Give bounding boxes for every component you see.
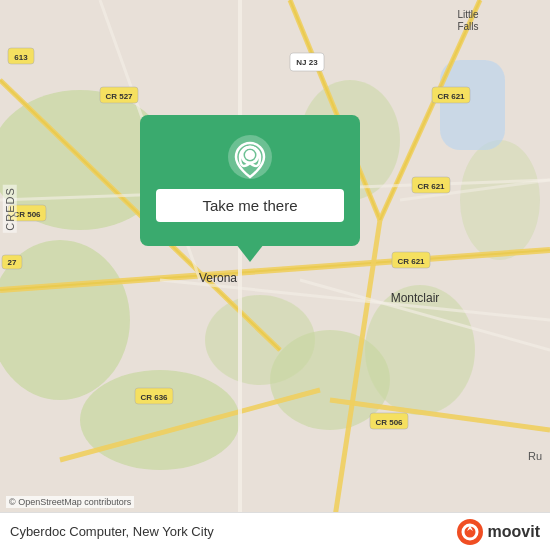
svg-point-54: [245, 150, 255, 160]
svg-text:27: 27: [8, 258, 17, 267]
svg-text:CR 621: CR 621: [417, 182, 445, 191]
svg-text:Falls: Falls: [457, 21, 478, 32]
svg-text:Ru: Ru: [528, 450, 542, 462]
svg-text:Montclair: Montclair: [391, 291, 440, 305]
location-pin-icon: [226, 133, 274, 181]
svg-text:CR 506: CR 506: [13, 210, 41, 219]
svg-point-55: [457, 519, 483, 545]
map-container: NJ 23 CR 527 CR 621 CR 621 CR 621 CR 506…: [0, 0, 550, 550]
svg-text:Little: Little: [457, 9, 479, 20]
take-me-there-button[interactable]: Take me there: [156, 189, 344, 222]
bottom-bar: Cyberdoc Computer, New York City moovit: [0, 512, 550, 550]
moovit-brand-text: moovit: [488, 523, 540, 541]
moovit-logo-icon: [456, 518, 484, 546]
moovit-logo: moovit: [456, 518, 540, 546]
svg-text:CR 527: CR 527: [105, 92, 133, 101]
map-background: NJ 23 CR 527 CR 621 CR 621 CR 621 CR 506…: [0, 0, 550, 550]
svg-point-6: [205, 295, 315, 385]
creds-label: CREDS: [3, 185, 17, 233]
svg-text:Verona: Verona: [199, 271, 237, 285]
svg-text:NJ 23: NJ 23: [296, 58, 318, 67]
svg-rect-9: [440, 60, 505, 150]
svg-text:613: 613: [14, 53, 28, 62]
svg-text:CR 621: CR 621: [437, 92, 465, 101]
svg-text:CR 506: CR 506: [375, 418, 403, 427]
popup-card: Take me there: [140, 115, 360, 246]
svg-text:CR 621: CR 621: [397, 257, 425, 266]
svg-text:CR 636: CR 636: [140, 393, 168, 402]
svg-point-8: [460, 140, 540, 260]
osm-attribution: © OpenStreetMap contributors: [6, 496, 134, 508]
location-name: Cyberdoc Computer, New York City: [10, 524, 214, 539]
